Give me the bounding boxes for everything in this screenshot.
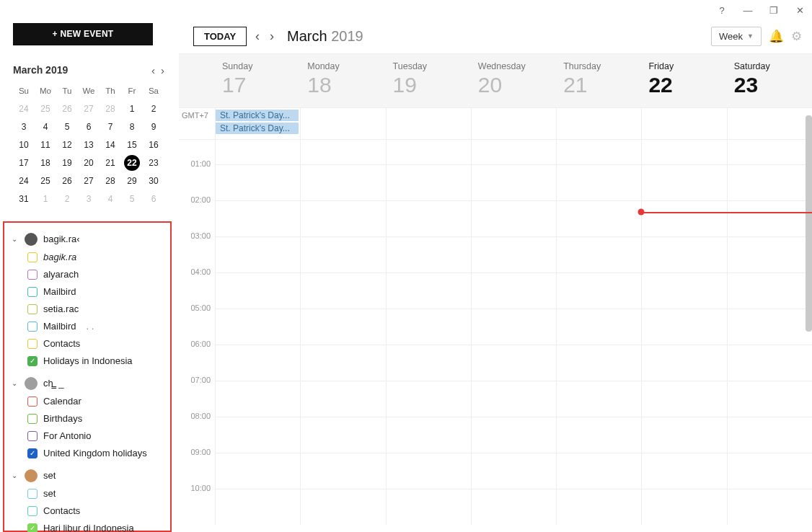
time-cell[interactable] [727, 417, 812, 453]
close-button[interactable]: ✕ [793, 5, 806, 16]
mini-day-cell[interactable]: 6 [143, 190, 164, 208]
scrollbar-thumb[interactable] [806, 115, 812, 332]
account-header[interactable]: ⌄ set [12, 466, 166, 485]
mini-day-cell[interactable]: 20 [78, 154, 100, 172]
time-cell[interactable] [641, 381, 726, 417]
prev-week-button[interactable]: ‹ [254, 29, 261, 44]
time-cell[interactable] [386, 140, 471, 164]
day-header-cell[interactable]: Friday 22 [641, 54, 726, 107]
time-cell[interactable] [727, 309, 812, 345]
mini-next-month-button[interactable]: › [158, 64, 167, 76]
allday-cell[interactable] [471, 108, 556, 139]
help-icon[interactable]: ? [715, 5, 728, 16]
allday-cell[interactable] [727, 108, 812, 139]
mini-calendar[interactable]: SuMoTuWeThFrSa 2425262728123456789101112… [13, 82, 164, 208]
time-cell[interactable] [386, 345, 471, 381]
time-cell[interactable] [215, 345, 300, 381]
time-cell[interactable] [215, 417, 300, 453]
allday-cell[interactable] [641, 108, 726, 139]
mini-day-cell[interactable]: 25 [35, 172, 56, 190]
notifications-icon[interactable]: 🔔 [769, 29, 784, 44]
calendar-item[interactable]: ✓Holidays in Indonesia [12, 353, 166, 370]
time-cell[interactable] [215, 200, 300, 236]
time-cell[interactable] [471, 140, 556, 164]
time-cell[interactable] [215, 489, 300, 525]
time-cell[interactable] [556, 309, 641, 345]
time-cell[interactable] [386, 200, 471, 236]
calendar-item[interactable]: ✓Hari libur di Indonesia [12, 520, 166, 532]
mini-day-cell[interactable]: 26 [56, 172, 78, 190]
time-cell[interactable] [556, 489, 641, 525]
mini-day-cell[interactable]: 3 [78, 190, 100, 208]
day-header-cell[interactable]: Thursday 21 [556, 54, 641, 107]
mini-day-cell[interactable]: 27 [78, 172, 100, 190]
time-cell[interactable] [641, 272, 726, 309]
time-cell[interactable] [386, 489, 471, 525]
mini-day-cell[interactable]: 9 [143, 118, 164, 136]
mini-prev-month-button[interactable]: ‹ [149, 64, 158, 76]
mini-day-cell[interactable]: 1 [35, 190, 56, 208]
calendar-item[interactable]: Contacts [12, 335, 166, 353]
mini-day-cell[interactable]: 8 [121, 118, 143, 136]
mini-day-cell[interactable]: 23 [143, 154, 164, 172]
time-cell[interactable] [471, 453, 556, 489]
mini-day-cell[interactable]: 14 [100, 136, 121, 154]
calendar-item[interactable]: Calendar [12, 393, 166, 410]
calendar-checkbox[interactable]: ✓ [27, 523, 37, 532]
time-cell[interactable] [300, 236, 385, 272]
time-cell[interactable] [471, 164, 556, 200]
time-cell[interactable] [300, 381, 385, 417]
time-cell[interactable] [641, 164, 726, 200]
mini-day-cell[interactable]: 6 [78, 118, 100, 136]
today-button[interactable]: TODAY [193, 27, 247, 46]
time-cell[interactable] [641, 489, 726, 525]
next-week-button[interactable]: › [268, 29, 275, 44]
mini-day-cell[interactable]: 17 [13, 154, 35, 172]
time-cell[interactable] [641, 417, 726, 453]
time-cell[interactable] [641, 200, 726, 236]
time-cell[interactable] [641, 236, 726, 272]
time-cell[interactable] [215, 453, 300, 489]
mini-day-cell[interactable]: 11 [35, 136, 56, 154]
mini-day-cell[interactable]: 25 [35, 100, 56, 118]
calendar-checkbox[interactable] [27, 506, 37, 516]
calendar-item[interactable]: bagik.ra [12, 249, 166, 266]
calendar-checkbox[interactable] [27, 431, 37, 441]
account-header[interactable]: ⌄ bagik.ra‹ [12, 230, 166, 249]
time-cell[interactable] [300, 489, 385, 525]
calendar-checkbox[interactable] [27, 287, 37, 297]
mini-day-cell[interactable]: 29 [121, 172, 143, 190]
time-cell[interactable] [471, 236, 556, 272]
calendar-item[interactable]: setia.rac [12, 301, 166, 318]
time-cell[interactable] [215, 309, 300, 345]
time-cell[interactable] [727, 453, 812, 489]
day-header-cell[interactable]: Wednesday 20 [471, 54, 556, 107]
time-cell[interactable] [215, 272, 300, 309]
time-cell[interactable] [641, 309, 726, 345]
time-cell[interactable] [727, 381, 812, 417]
time-cell[interactable] [556, 345, 641, 381]
day-header-cell[interactable]: Tuesday 19 [386, 54, 471, 107]
time-cell[interactable] [300, 453, 385, 489]
time-cell[interactable] [727, 236, 812, 272]
calendar-checkbox[interactable] [27, 489, 37, 499]
time-cell[interactable] [386, 417, 471, 453]
calendar-item[interactable]: Mailbird [12, 283, 166, 301]
mini-day-cell[interactable]: 22 [121, 154, 143, 172]
allday-event[interactable]: St. Patrick's Day... [216, 110, 299, 121]
mini-day-cell[interactable]: 12 [56, 136, 78, 154]
time-cell[interactable] [727, 489, 812, 525]
maximize-button[interactable]: ❐ [767, 5, 780, 16]
day-header-cell[interactable]: Saturday 23 [727, 54, 812, 107]
time-cell[interactable] [471, 200, 556, 236]
account-header[interactable]: ⌄ ch ̳ _ [12, 374, 166, 393]
mini-day-cell[interactable]: 10 [13, 136, 35, 154]
time-cell[interactable] [556, 453, 641, 489]
mini-day-cell[interactable]: 18 [35, 154, 56, 172]
mini-day-cell[interactable]: 21 [100, 154, 121, 172]
time-cell[interactable] [556, 140, 641, 164]
calendar-item[interactable]: ✓United Kingdom holidays [12, 445, 166, 462]
mini-day-cell[interactable]: 30 [143, 172, 164, 190]
time-cell[interactable] [556, 164, 641, 200]
time-cell[interactable] [727, 164, 812, 200]
